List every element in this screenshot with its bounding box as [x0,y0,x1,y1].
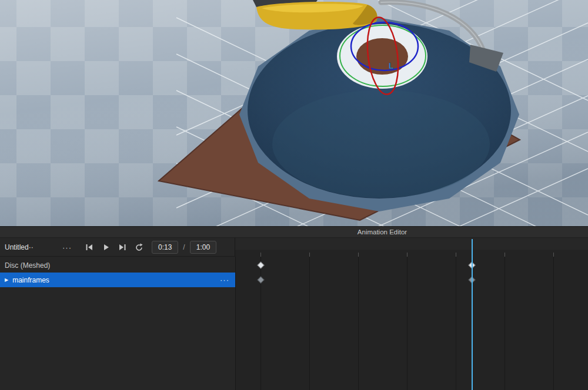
total-time-input[interactable]: 1:00 [190,241,216,254]
timeline-gridline [358,257,359,390]
play-button[interactable] [98,240,114,254]
track-name: Disc (Meshed) [5,261,50,270]
go-to-start-icon [85,243,93,251]
timeline-gridline [407,257,407,390]
track-row-disc[interactable]: Disc (Meshed) [0,258,235,273]
timeline-gridline [309,257,310,390]
play-icon [102,243,110,251]
animation-menu-button[interactable]: ··· [59,243,75,253]
panel-title: Animation Editor [358,228,407,236]
gizmo-axis-label: L [389,61,394,70]
timeline-gridline [456,257,456,390]
timeline-gridline [505,257,505,390]
toolbar-left: Untitled·· ··· [0,238,235,257]
time-separator: / [183,243,185,251]
viewport-scene: L [0,0,588,226]
editor-toolbar: Untitled·· ··· [0,238,588,257]
animation-name[interactable]: Untitled·· [5,243,59,251]
timeline-gridline [553,257,554,390]
track-menu-button[interactable]: ··· [220,276,229,284]
go-to-end-button[interactable] [114,240,131,254]
go-to-end-icon [118,243,126,251]
animation-editor-panel: Animation Editor Untitled·· ··· [0,226,588,390]
roblox-studio-window: L Animation Editor Untitled·· ··· [0,0,588,390]
track-name: mainframes [12,276,49,284]
loop-icon [135,243,143,252]
track-row-mainframes[interactable]: ▶ mainframes ··· [0,273,235,287]
expand-arrow-icon[interactable]: ▶ [5,278,8,283]
timeline-body[interactable]: Disc (Meshed) ▶ mainframes ··· [0,257,588,390]
loop-toggle-button[interactable] [131,240,147,254]
panel-titlebar[interactable]: Animation Editor [0,226,588,238]
3d-viewport[interactable]: L [0,0,588,226]
timeline-background[interactable] [235,257,588,390]
current-time-input[interactable]: 0:13 [152,241,178,254]
yellow-part[interactable] [253,0,377,29]
go-to-start-button[interactable] [81,240,98,254]
playhead[interactable] [472,239,473,390]
